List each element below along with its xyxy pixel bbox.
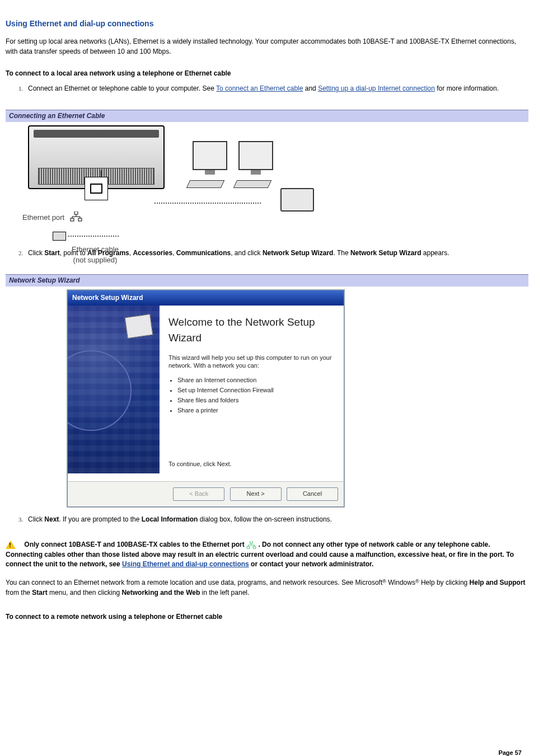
laptop-illustration: Ethernet port E <box>22 125 168 237</box>
step-3: Click Next. If you are prompted to the L… <box>25 515 528 524</box>
step1-text-post: for more information. <box>435 84 499 92</box>
laptop-body <box>28 125 165 189</box>
step-1: Connect an Ethernet or telephone cable t… <box>25 84 528 93</box>
cable-plug-icon <box>53 232 66 241</box>
network-icon <box>70 212 82 225</box>
wizard-bullet: Share a printer <box>177 406 335 415</box>
warning-block: Only connect 10BASE-T and 100BASE-TX cab… <box>6 540 528 569</box>
ethernet-jack-icon <box>90 184 102 194</box>
desktop-network-illustration <box>177 125 322 237</box>
keyboard1-icon <box>186 180 225 188</box>
cable-label-1: Ethernet cable <box>72 245 119 253</box>
wizard-intro-text: This wizard will help you set up this co… <box>168 354 335 370</box>
figure1-caption: Connecting an Ethernet Cable <box>6 110 528 122</box>
svg-rect-8 <box>247 546 250 548</box>
svg-rect-0 <box>74 212 78 214</box>
wizard-bullet: Set up Internet Connection Firewall <box>177 386 335 395</box>
wizard-heading: Welcome to the Network Setup Wizard <box>168 314 335 345</box>
wizard-bullet: Share an Internet connection <box>177 376 335 385</box>
wizard-side-graphic <box>68 306 160 473</box>
link-setting-up-dialup[interactable]: Setting up a dial-up Internet connection <box>318 84 435 92</box>
step1-text-mid: and <box>303 84 318 92</box>
link-using-ethernet-dialup[interactable]: Using Ethernet and dial-up connections <box>122 560 249 568</box>
ethernet-port-inset <box>85 177 108 200</box>
svg-rect-1 <box>71 218 74 221</box>
wizard-bullet: Share files and folders <box>177 396 335 405</box>
step1-text-pre: Connect an Ethernet or telephone cable t… <box>28 84 216 92</box>
figure2-caption: Network Setup Wizard <box>6 274 528 287</box>
wizard-bullet-list: Share an Internet connection Set up Inte… <box>168 376 335 415</box>
ethernet-port-label: Ethernet port <box>22 214 64 222</box>
wizard-button-row: < Back Next > Cancel <box>68 481 344 506</box>
subheading-connect-remote: To connect to a remote network using a t… <box>6 612 528 622</box>
wizard-continue-text: To continue, click Next. <box>168 460 335 469</box>
section-heading: Using Ethernet and dial-up connections <box>6 18 528 29</box>
svg-rect-7 <box>250 541 253 543</box>
intro-paragraph: For setting up local area networks (LANs… <box>6 37 528 57</box>
figure-ethernet-cable: Ethernet port E <box>22 125 528 237</box>
monitor2-icon <box>238 141 273 170</box>
wizard-titlebar: Network Setup Wizard <box>68 290 344 306</box>
link-connect-ethernet-cable[interactable]: To connect an Ethernet cable <box>216 84 303 92</box>
remote-network-paragraph: You can connect to an Ethernet network f… <box>6 578 528 598</box>
back-button[interactable]: < Back <box>173 487 224 501</box>
network-port-icon <box>246 541 256 549</box>
cable-label-2: (not supplied) <box>73 256 118 264</box>
svg-rect-9 <box>253 546 256 548</box>
monitor1-icon <box>193 141 227 170</box>
svg-rect-2 <box>78 218 82 221</box>
warning-icon <box>6 541 16 549</box>
page-number: Page 57 <box>498 749 522 756</box>
printer-icon <box>280 188 314 212</box>
cancel-button[interactable]: Cancel <box>287 487 338 501</box>
subheading-connect-lan: To connect to a local area network using… <box>6 69 528 78</box>
network-setup-wizard-dialog: Network Setup Wizard Welcome to the Netw… <box>67 290 344 507</box>
next-button[interactable]: Next > <box>230 487 282 501</box>
keyboard2-icon <box>233 180 272 188</box>
